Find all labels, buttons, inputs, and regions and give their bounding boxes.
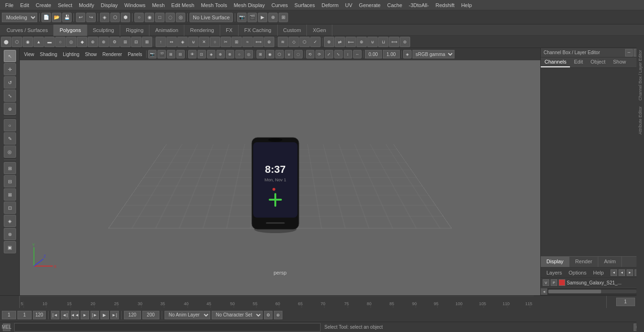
- cb-tab-show[interactable]: Show: [609, 57, 630, 67]
- tool13-btn[interactable]: ⊡: [4, 202, 16, 214]
- tab-rendering[interactable]: Rendering: [184, 24, 220, 36]
- viewport-renderer-menu[interactable]: Renderer: [100, 51, 124, 57]
- universal-tool-btn[interactable]: ⊕: [4, 103, 16, 115]
- menu-edit[interactable]: Edit: [17, 1, 33, 9]
- transform3-btn[interactable]: ⤢: [325, 50, 333, 58]
- layer-row[interactable]: V P Samsung_Galaxy_S21_...: [541, 278, 644, 288]
- cb-tab-object[interactable]: Object: [586, 57, 609, 67]
- total-frames-field[interactable]: [142, 311, 159, 319]
- tab-polygons[interactable]: Polygons: [54, 24, 87, 36]
- poly-gear-btn[interactable]: ⚙: [109, 37, 120, 47]
- vp-select3[interactable]: ⊎: [285, 50, 293, 58]
- poly-cube-btn[interactable]: ⬡: [12, 37, 22, 47]
- vp-value-right[interactable]: [383, 50, 400, 58]
- channel-box-edge-label[interactable]: Channel Box / Layer Editor: [637, 47, 643, 104]
- layers-tab[interactable]: Layers: [544, 269, 565, 276]
- transform5-btn[interactable]: ↕: [344, 50, 352, 58]
- menu-create[interactable]: Create: [33, 1, 55, 9]
- soft-select-btn[interactable]: ◎: [4, 146, 16, 158]
- camera-icon-btn[interactable]: 📷: [148, 50, 157, 58]
- boolean-btn[interactable]: ⊕: [356, 37, 367, 47]
- tab-animation[interactable]: Animation: [149, 24, 184, 36]
- reduce-btn[interactable]: ◇: [289, 37, 299, 47]
- combine-btn[interactable]: ⊎: [367, 37, 378, 47]
- poly-pipe-btn[interactable]: ⊕: [88, 37, 98, 47]
- go-start-btn[interactable]: |◄: [51, 311, 59, 319]
- frame-btn[interactable]: ⊡: [198, 50, 206, 58]
- tool16-btn[interactable]: ▣: [4, 241, 16, 253]
- menu-deform[interactable]: Deform: [318, 1, 342, 9]
- separate-btn[interactable]: ⊔: [378, 37, 388, 47]
- target-weld-btn[interactable]: ⊕: [264, 37, 274, 47]
- slide-edge-btn[interactable]: ⟺: [253, 37, 264, 47]
- poly-sphere-btn[interactable]: ⬤: [1, 37, 11, 47]
- poly-cone-btn[interactable]: ▲: [33, 37, 44, 47]
- remesh-btn[interactable]: ⬡: [299, 37, 310, 47]
- layers-help-tab[interactable]: Help: [590, 269, 607, 276]
- mirror-btn[interactable]: ⟺: [389, 37, 399, 47]
- connect-btn[interactable]: ⊞: [231, 37, 242, 47]
- extrude-btn[interactable]: ↑: [156, 37, 166, 47]
- vp-icon4[interactable]: ⊟: [176, 50, 185, 58]
- snap-btn[interactable]: ⊕: [268, 13, 278, 22]
- menu-select[interactable]: Select: [55, 1, 76, 9]
- delete-edge-btn[interactable]: ✕: [199, 37, 209, 47]
- camera-btn[interactable]: 📷: [237, 13, 247, 22]
- vp-icon10[interactable]: ◎: [245, 50, 253, 58]
- layer-prev2-btn[interactable]: ◄: [619, 269, 625, 276]
- vp-icon6[interactable]: ◈: [207, 50, 215, 58]
- vp-icon8[interactable]: ⊗: [226, 50, 234, 58]
- vp-icon9[interactable]: ○: [235, 50, 244, 58]
- menu-uv[interactable]: UV: [342, 1, 355, 9]
- menu-file[interactable]: File: [2, 1, 17, 9]
- rope-btn[interactable]: ◌: [165, 13, 175, 22]
- transform4-btn[interactable]: ⤡: [334, 50, 343, 58]
- multi-cut-btn[interactable]: ✂: [221, 37, 231, 47]
- save-file-btn[interactable]: 💾: [62, 13, 72, 22]
- lang-toggle-btn[interactable]: MEL: [3, 324, 10, 331]
- viewport-panels-menu[interactable]: Panels: [125, 51, 145, 57]
- select-object-btn[interactable]: ⬡: [110, 13, 120, 22]
- gamma-select[interactable]: sRGB gamma: [413, 50, 454, 58]
- menu-redshift[interactable]: Redshift: [432, 1, 458, 9]
- viewport[interactable]: View Shading Lighting Show Renderer Pane…: [20, 48, 540, 295]
- scroll-thumb[interactable]: [548, 290, 601, 293]
- vp-icon7[interactable]: ⊕: [216, 50, 225, 58]
- menu-cache[interactable]: Cache: [384, 1, 405, 9]
- menu-generate[interactable]: Generate: [355, 1, 384, 9]
- symmetrize-btn[interactable]: ⊜: [400, 37, 410, 47]
- tool14-btn[interactable]: ◈: [4, 215, 16, 227]
- no-live-surface-btn[interactable]: No Live Surface: [190, 13, 233, 22]
- viewport-lighting-menu[interactable]: Lighting: [60, 51, 82, 57]
- workspace-select[interactable]: Modeling: [2, 13, 37, 22]
- layer-next-btn[interactable]: ►: [627, 269, 633, 276]
- menu-help[interactable]: Help: [458, 1, 475, 9]
- viewport-shading-menu[interactable]: Shading: [38, 51, 60, 57]
- new-file-btn[interactable]: 📄: [41, 13, 51, 22]
- vp-select1[interactable]: ◉: [266, 50, 274, 58]
- menu-display[interactable]: Display: [98, 1, 121, 9]
- play-fwd-btn[interactable]: ►: [81, 311, 89, 319]
- film-btn[interactable]: 🎬: [157, 50, 166, 58]
- range-start-field[interactable]: [2, 311, 16, 319]
- cb-tab-channels[interactable]: Channels: [541, 57, 570, 67]
- grid-btn[interactable]: ⊞: [279, 13, 288, 22]
- lasso-btn[interactable]: ○: [134, 13, 144, 22]
- marquee-btn[interactable]: □: [155, 13, 165, 22]
- tool15-btn[interactable]: ⊗: [4, 228, 16, 240]
- move-tool-btn[interactable]: ✛: [4, 63, 16, 75]
- menu-mesh-display[interactable]: Mesh Display: [231, 1, 268, 9]
- edge-flow-btn[interactable]: ≈: [242, 37, 253, 47]
- transfer-btn[interactable]: ⇄: [335, 37, 345, 47]
- tab-fx-caching[interactable]: FX Caching: [239, 24, 277, 36]
- poly-extra1-btn[interactable]: ⊞: [120, 37, 131, 47]
- vp-icon3[interactable]: ⊞: [167, 50, 175, 58]
- vp-select4[interactable]: ◌: [294, 50, 303, 58]
- transform2-btn[interactable]: ⟳: [315, 50, 324, 58]
- select-comp-btn[interactable]: ⬢: [121, 13, 130, 22]
- anim-layer-select[interactable]: No Anim Layer: [165, 311, 210, 319]
- vp-select2[interactable]: ⬡: [275, 50, 284, 58]
- tab-rigging[interactable]: Rigging: [120, 24, 149, 36]
- pb-settings-btn[interactable]: ⚙: [264, 311, 272, 319]
- isolate-btn[interactable]: 👁: [188, 50, 197, 58]
